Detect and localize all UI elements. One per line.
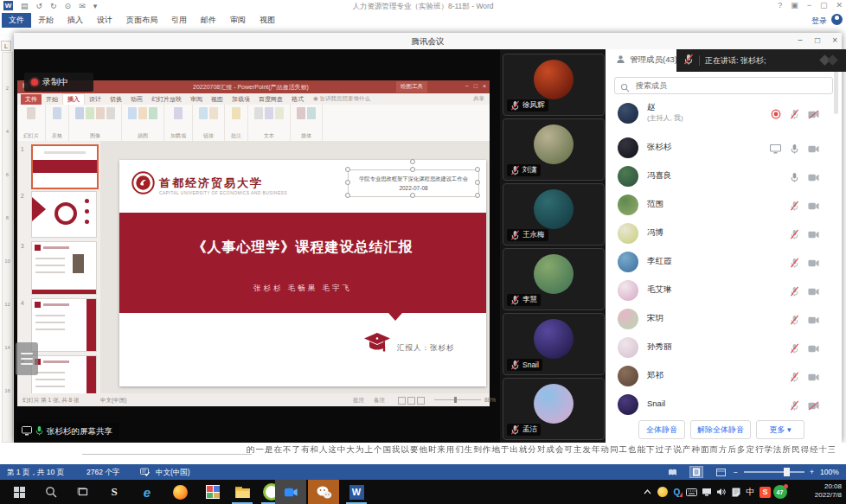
slide-thumbnail-3[interactable] [31, 241, 97, 295]
ribbon-button-icon[interactable] [265, 107, 273, 119]
tray-expand-icon[interactable] [640, 480, 655, 504]
tray-sogou-icon[interactable]: S [758, 480, 772, 504]
video-tile-孟洁[interactable]: 孟洁 [503, 378, 605, 440]
ribbon-group-icons[interactable] [254, 107, 284, 119]
search-input[interactable] [614, 77, 833, 94]
unmute-all-button[interactable]: 解除全体静音 [690, 420, 751, 439]
meeting-close-icon[interactable]: × [832, 35, 837, 45]
zoom-in-icon[interactable]: + [810, 468, 814, 476]
word-tab-9[interactable]: 视图 [253, 13, 282, 28]
word-tab-5[interactable]: 页面布局 [119, 13, 164, 28]
taskbar-clock[interactable]: 20:08 2022/7/8 [815, 482, 842, 500]
ribbon-button-icon[interactable] [275, 107, 284, 119]
participant-row-毛艾琳[interactable]: 毛艾琳 [606, 278, 833, 305]
zoom-slider-thumb[interactable] [784, 468, 790, 476]
taskbar-search-button[interactable] [39, 480, 63, 504]
taskbar-word-app[interactable]: W [344, 480, 369, 504]
selection-handle[interactable] [345, 193, 350, 198]
video-tile-李慧[interactable]: 李慧 [503, 248, 605, 310]
zoom-slider[interactable] [744, 471, 804, 473]
ppt-tab-8[interactable]: 审阅 [186, 94, 207, 105]
word-account-avatar[interactable] [831, 14, 843, 25]
selection-handle[interactable] [475, 167, 480, 172]
ribbon-button-icon[interactable] [86, 107, 94, 119]
participant-row-郑祁[interactable]: 郑祁 [606, 363, 833, 391]
participant-row-张杉杉[interactable]: 张杉杉 [606, 135, 833, 163]
video-tile-刘潇[interactable]: 刘潇 [503, 118, 605, 181]
minimize-icon[interactable]: − [807, 1, 811, 10]
participant-row-范围[interactable]: 范围 [606, 192, 833, 220]
tray-volume-icon[interactable] [714, 480, 728, 504]
ppt-tab-5[interactable]: 切换 [106, 94, 126, 105]
ppt-zoom-thumb[interactable] [454, 397, 457, 403]
word-tab-3[interactable]: 插入 [61, 13, 90, 28]
ppt-sorter-view-icon[interactable] [407, 397, 415, 405]
ppt-tab-7[interactable]: 幻灯片放映 [147, 94, 186, 105]
word-tab-4[interactable]: 设计 [90, 13, 119, 28]
taskbar-file-explorer[interactable] [230, 480, 254, 504]
tray-keyboard-icon[interactable] [684, 480, 699, 504]
ribbon-group-icons[interactable] [75, 107, 115, 119]
taskbar-start-button[interactable] [7, 480, 31, 504]
ribbon-button-icon[interactable] [75, 107, 84, 119]
ribbon-button-icon[interactable] [53, 107, 61, 119]
tray-qq-alert-icon[interactable]: Q [670, 480, 684, 504]
participant-row-冯博[interactable]: 冯博 [606, 220, 833, 248]
ribbon-group-icons[interactable] [27, 107, 35, 119]
rotate-handle[interactable] [410, 159, 415, 164]
tray-battery-icon[interactable]: 47 [772, 480, 787, 504]
ribbon-group-icons[interactable] [297, 107, 316, 119]
selection-handle[interactable] [410, 167, 415, 172]
participant-row-孙秀丽[interactable]: 孙秀丽 [606, 335, 833, 362]
word-tab-6[interactable]: 引用 [164, 13, 194, 28]
ppt-tab-12[interactable]: 格式 [287, 94, 308, 105]
ribbon-group-icons[interactable] [53, 107, 61, 119]
ppt-zoom-level[interactable]: 88% [484, 397, 496, 403]
ppt-tab-11[interactable]: 百度网盘 [254, 94, 287, 105]
more-button[interactable]: 更多 ▾ [756, 420, 804, 439]
taskbar-firefox[interactable] [168, 480, 192, 504]
word-count[interactable]: 2762 个字 [87, 468, 119, 478]
annotation-toolbar[interactable] [16, 342, 38, 375]
selection-handle[interactable] [475, 193, 480, 198]
participant-row-李红霞[interactable]: 李红霞 [606, 249, 833, 277]
meeting-maximize-icon[interactable]: □ [815, 35, 820, 45]
selection-handle[interactable] [345, 167, 350, 172]
slide-thumbnail-4[interactable] [31, 298, 97, 352]
ribbon-options-icon[interactable]: ▣ [791, 1, 798, 10]
ppt-tab-2[interactable]: 开始 [42, 94, 62, 105]
taskbar-internet-explorer[interactable]: e [135, 480, 159, 504]
ppt-zoom-slider[interactable] [434, 399, 481, 400]
language-status[interactable]: 中文(中国) [156, 468, 190, 478]
close-icon[interactable]: ✕ [836, 1, 843, 10]
video-tile-Snail[interactable]: Snail [503, 313, 605, 375]
ppt-tab-4[interactable]: 设计 [85, 94, 106, 105]
ribbon-group-icons[interactable] [199, 107, 218, 119]
selection-handle[interactable] [345, 180, 350, 185]
word-tab-8[interactable]: 审阅 [223, 13, 253, 28]
ppt-tab-3[interactable]: 插入 [62, 93, 85, 105]
word-login-link[interactable]: 登录 [811, 16, 827, 27]
ribbon-button-icon[interactable] [209, 107, 218, 119]
selection-handle[interactable] [475, 180, 480, 185]
ppt-notes-label[interactable]: 批注 [353, 397, 364, 405]
read-mode-icon[interactable] [666, 467, 678, 477]
ribbon-button-icon[interactable] [128, 107, 137, 119]
slide-thumbnail-2[interactable] [31, 191, 97, 238]
ppt-tab-10[interactable]: 加载项 [228, 94, 254, 105]
web-layout-icon[interactable] [715, 467, 727, 477]
ppt-tab-6[interactable]: 动画 [126, 94, 147, 105]
ppt-tab-9[interactable]: 视图 [207, 94, 228, 105]
tray-ime-icon[interactable]: 中 [743, 480, 758, 504]
tray-network-icon[interactable] [699, 480, 714, 504]
ribbon-group-icons[interactable] [128, 107, 157, 119]
selection-handle[interactable] [410, 193, 415, 198]
participant-row-赵[interactable]: 赵(主持人, 我) [606, 100, 833, 128]
ribbon-button-icon[interactable] [149, 107, 157, 119]
taskbar-app-gallery[interactable] [201, 480, 225, 504]
ribbon-button-icon[interactable] [232, 107, 240, 119]
word-tab-1[interactable]: 文件 [2, 13, 31, 28]
ribbon-button-icon[interactable] [307, 107, 316, 119]
zoom-out-icon[interactable]: − [734, 468, 738, 476]
slide-thumbnail-5[interactable] [31, 355, 97, 393]
